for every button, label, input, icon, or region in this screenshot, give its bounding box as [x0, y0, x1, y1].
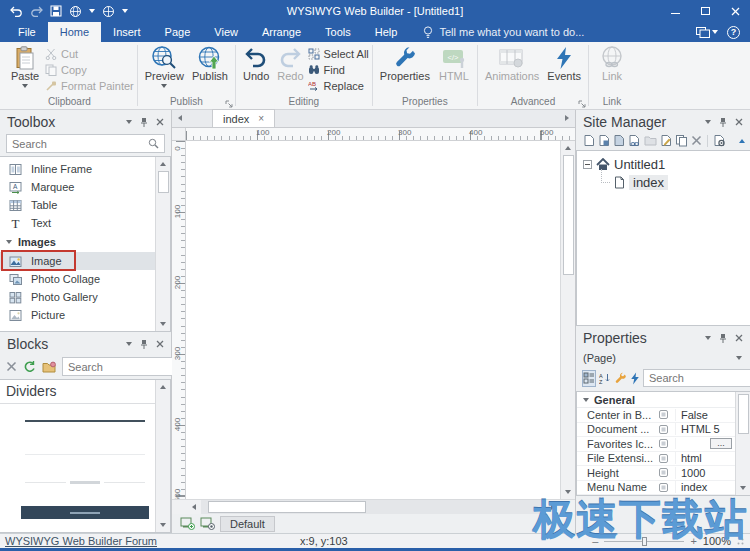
properties-close-icon[interactable]: [735, 334, 743, 342]
toolbox-pin-icon[interactable]: [140, 117, 148, 128]
toolbox-item-photo-gallery[interactable]: Photo Gallery: [0, 288, 170, 306]
site-manager-close-icon[interactable]: [735, 118, 743, 126]
properties-pin-icon[interactable]: [719, 333, 727, 344]
toolbox-scrollbar[interactable]: [155, 157, 170, 331]
manage-breakpoints-icon[interactable]: [200, 517, 215, 530]
canvas-vertical-scrollbar[interactable]: [560, 141, 575, 499]
share-screens-icon[interactable]: [696, 27, 718, 38]
find-button[interactable]: Find: [308, 63, 369, 76]
divider-block-text-line[interactable]: [25, 481, 145, 484]
properties-menu-icon[interactable]: [705, 336, 711, 340]
blocks-scrollbar[interactable]: [155, 380, 170, 532]
scroll-up-icon[interactable]: [561, 141, 575, 155]
maximize-button[interactable]: [690, 0, 720, 22]
property-row[interactable]: Document ... HTML 5: [577, 423, 735, 438]
site-tree-page-index[interactable]: index: [583, 173, 750, 191]
site-manager-menu-icon[interactable]: [705, 120, 711, 124]
properties-category-general[interactable]: General: [577, 392, 750, 408]
toolbox-close-icon[interactable]: [156, 118, 164, 126]
divider-block-bar[interactable]: [21, 506, 149, 519]
property-row[interactable]: File Extensi... html: [577, 452, 735, 467]
toolbox-item-marquee[interactable]: A Marquee: [0, 178, 170, 196]
property-row[interactable]: Center in B... False: [577, 408, 735, 423]
tell-me-box[interactable]: Tell me what you want to do...: [423, 22, 584, 42]
toolbox-item-picture[interactable]: Picture: [0, 306, 170, 324]
events-button[interactable]: Events: [543, 43, 585, 82]
settings-wrench-icon[interactable]: [614, 370, 627, 387]
master-page-icon[interactable]: [613, 134, 625, 147]
sort-az-icon[interactable]: AZ: [599, 370, 611, 387]
scroll-up-icon[interactable]: [156, 380, 170, 394]
select-all-button[interactable]: Select All: [308, 47, 369, 60]
toolbox-item-photo-collage[interactable]: Photo Collage: [0, 270, 170, 288]
events-filter-icon[interactable]: [630, 370, 640, 387]
toolbox-item-text[interactable]: T Text: [0, 214, 170, 232]
blocks-category-dividers[interactable]: Dividers: [0, 380, 155, 404]
preview-dropdown-caret-icon[interactable]: [161, 84, 167, 88]
browse-button[interactable]: ...: [710, 438, 732, 449]
forum-link[interactable]: WYSIWYG Web Builder Forum: [5, 535, 157, 547]
replace-button[interactable]: AB Replace: [308, 79, 369, 92]
scroll-down-icon[interactable]: [156, 317, 170, 331]
properties-target-dropdown[interactable]: (Page): [576, 350, 750, 366]
preview-quick-icon[interactable]: [69, 5, 82, 18]
page-link-icon[interactable]: [628, 134, 641, 147]
paste-button[interactable]: Paste: [5, 43, 45, 88]
page-properties-icon[interactable]: [713, 134, 726, 147]
preview-quick-caret-icon[interactable]: [89, 9, 95, 13]
scroll-left-icon[interactable]: [186, 500, 201, 514]
scrollbar-thumb[interactable]: [158, 171, 169, 193]
property-row[interactable]: Height 1000: [577, 466, 735, 481]
qat-customize-icon[interactable]: [122, 9, 128, 13]
help-icon[interactable]: ?: [727, 26, 740, 39]
tab-tools[interactable]: Tools: [313, 22, 363, 42]
tab-view[interactable]: View: [202, 22, 250, 42]
folder-icon[interactable]: [644, 135, 657, 146]
divider-block-solid-line[interactable]: [25, 420, 145, 422]
scrollbar-thumb[interactable]: [738, 394, 749, 434]
publish-dialog-launcher-icon[interactable]: [225, 100, 233, 108]
toolbox-menu-icon[interactable]: [126, 120, 132, 124]
properties-search[interactable]: [643, 369, 750, 387]
properties-search-input[interactable]: [649, 372, 750, 384]
paste-dropdown-caret-icon[interactable]: [22, 84, 28, 88]
categorized-view-icon[interactable]: [582, 370, 596, 387]
edit-page-icon[interactable]: [660, 134, 672, 147]
preview-button[interactable]: Preview: [141, 43, 188, 88]
toolbox-search-input[interactable]: [12, 138, 148, 150]
clone-page-icon[interactable]: [675, 134, 688, 147]
blocks-folder-icon[interactable]: [42, 361, 56, 373]
properties-scrollbar[interactable]: [735, 392, 750, 495]
properties-button[interactable]: Properties: [376, 43, 434, 82]
blocks-menu-icon[interactable]: [126, 342, 132, 346]
toolbox-item-inline-frame[interactable]: Inline Frame: [0, 160, 170, 178]
new-page-from-template-icon[interactable]: [598, 134, 610, 147]
scroll-down-icon[interactable]: [156, 518, 170, 532]
tab-page[interactable]: Page: [153, 22, 203, 42]
minimize-button[interactable]: [660, 0, 690, 22]
tab-file[interactable]: File: [6, 22, 48, 42]
scroll-up-icon[interactable]: [156, 157, 170, 171]
design-canvas[interactable]: [186, 141, 560, 499]
delete-page-icon[interactable]: [691, 135, 702, 146]
redo-icon[interactable]: [30, 6, 43, 17]
save-icon[interactable]: [50, 5, 62, 17]
blocks-delete-icon[interactable]: [6, 361, 17, 372]
scrollbar-thumb[interactable]: [563, 155, 574, 275]
undo-button[interactable]: Undo: [239, 43, 273, 82]
tab-scroll-right-icon[interactable]: [559, 109, 575, 127]
scrollbar-thumb[interactable]: [208, 501, 366, 513]
tab-home[interactable]: Home: [48, 22, 101, 42]
blocks-close-icon[interactable]: [156, 340, 164, 348]
move-up-icon[interactable]: [739, 139, 745, 143]
toolbox-item-image[interactable]: Image: [0, 252, 155, 270]
collapse-expander-icon[interactable]: [583, 160, 592, 169]
new-page-icon[interactable]: [583, 134, 595, 147]
tab-scroll-left-icon[interactable]: [172, 109, 188, 127]
site-manager-pin-icon[interactable]: [719, 117, 727, 128]
toolbox-item-table[interactable]: Table: [0, 196, 170, 214]
add-breakpoint-icon[interactable]: [180, 517, 195, 530]
toolbox-section-images[interactable]: Images: [0, 232, 170, 252]
tab-close-icon[interactable]: ×: [258, 114, 264, 124]
blocks-pin-icon[interactable]: [140, 339, 148, 350]
